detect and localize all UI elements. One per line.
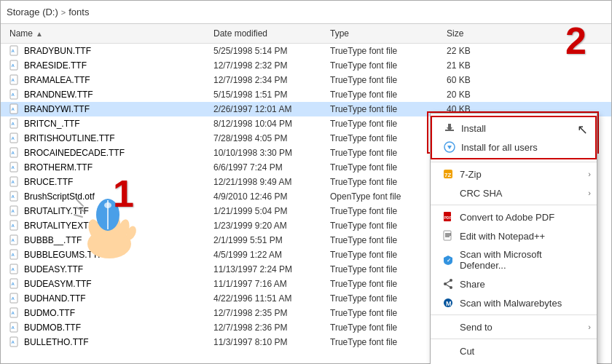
file-name: A BrushScriptStd.otf xyxy=(4,190,208,203)
file-type: TrueType font file xyxy=(324,74,441,86)
font-file-icon: A xyxy=(9,118,20,130)
share-label: Share xyxy=(460,279,485,290)
svg-text:A: A xyxy=(12,253,15,257)
column-headers: Name ▲ Date modified Type Size xyxy=(1,24,611,44)
context-crcsha[interactable]: CRC SHA › xyxy=(431,183,597,202)
col-type[interactable]: Type xyxy=(324,27,441,40)
context-notepad[interactable]: Edit with Notepad++ xyxy=(431,226,597,245)
svg-text:A: A xyxy=(12,165,15,170)
font-file-icon: A xyxy=(9,293,20,304)
file-date: 11/1/1997 7:16 AM xyxy=(208,278,324,290)
context-convert-pdf[interactable]: PDF Convert to Adobe PDF xyxy=(431,207,597,226)
svg-rect-56 xyxy=(448,124,451,128)
malwarebytes-icon: M xyxy=(442,297,454,309)
context-share[interactable]: Share xyxy=(431,274,597,293)
svg-text:A: A xyxy=(12,238,15,242)
defender-icon: ✓ xyxy=(442,254,454,266)
font-file-icon: A xyxy=(9,278,20,290)
svg-text:A: A xyxy=(12,325,15,330)
font-file-icon: A xyxy=(9,264,20,275)
file-name: A BRAESIDE.TTF xyxy=(4,59,208,72)
file-type: TrueType font file xyxy=(324,60,441,71)
table-row[interactable]: A BRAESIDE.TTF 12/7/1998 2:32 PM TrueTyp… xyxy=(1,58,611,73)
file-date: 12/7/1998 2:35 PM xyxy=(208,307,324,319)
col-date[interactable]: Date modified xyxy=(208,27,324,40)
file-name: A BUBBLEGUMS.TTF xyxy=(4,248,208,261)
file-date: 11/13/1997 2:24 PM xyxy=(208,264,324,275)
file-type: TrueType font file xyxy=(324,118,441,130)
cut-icon xyxy=(442,345,454,357)
file-name: A BROCAINEDECADE.TTF xyxy=(4,146,208,159)
file-name: A BULLETHO.TTF xyxy=(4,336,208,349)
7zip-arrow: › xyxy=(588,170,591,178)
context-malwarebytes[interactable]: M Scan with Malwarebytes xyxy=(431,293,597,312)
context-cut[interactable]: Cut xyxy=(431,341,597,360)
table-row[interactable]: A BRADYBUN.TTF 5/25/1998 5:14 PM TrueTyp… xyxy=(1,44,611,58)
font-file-icon: A xyxy=(9,336,20,348)
crcsha-label: CRC SHA xyxy=(460,188,503,199)
file-date: 2/26/1997 12:01 AM xyxy=(208,103,324,115)
storage-label[interactable]: Storage (D:) xyxy=(7,7,58,17)
address-path: Storage (D:) > fonts xyxy=(7,7,89,17)
file-type: TrueType font file xyxy=(324,132,441,144)
file-name: A BRAMALEA.TTF xyxy=(4,74,208,87)
folder-label[interactable]: fonts xyxy=(68,7,89,17)
file-date: 4/5/1999 1:22 AM xyxy=(208,249,324,261)
col-size[interactable]: Size xyxy=(441,27,499,40)
font-file-icon: A xyxy=(9,103,20,115)
svg-text:A: A xyxy=(12,209,15,213)
svg-text:A: A xyxy=(12,107,15,111)
font-file-icon: A xyxy=(9,132,20,144)
sendto-icon xyxy=(442,321,454,333)
svg-text:A: A xyxy=(12,340,15,344)
file-date: 2/1/1999 5:51 PM xyxy=(208,234,324,246)
context-sendto[interactable]: Send to › xyxy=(431,317,597,336)
file-name: A BRANDYWI.TTF xyxy=(4,103,208,116)
font-file-icon: A xyxy=(9,162,20,173)
crcsha-icon xyxy=(442,187,454,199)
file-date: 5/25/1998 5:14 PM xyxy=(208,45,324,57)
context-install[interactable]: Install ↖ xyxy=(432,119,595,138)
svg-text:A: A xyxy=(12,78,15,82)
file-size: 22 KB xyxy=(441,45,499,57)
svg-text:A: A xyxy=(12,296,15,301)
crcsha-arrow: › xyxy=(588,189,591,197)
context-install-all[interactable]: Install for all users xyxy=(432,138,595,157)
context-copy[interactable]: Copy xyxy=(431,360,597,364)
file-name: A BUDMO.TTF xyxy=(4,306,208,320)
context-7zip[interactable]: 7Z 7-Zip › xyxy=(431,165,597,183)
sort-arrow: ▲ xyxy=(36,30,43,38)
svg-text:A: A xyxy=(12,151,15,155)
separator-2 xyxy=(431,205,597,205)
file-name: A BUDEASYM.TTF xyxy=(4,277,208,290)
file-name: A BRADYBUN.TTF xyxy=(4,44,208,58)
svg-text:✓: ✓ xyxy=(447,258,451,263)
file-type: TrueType font file xyxy=(324,278,441,290)
share-icon xyxy=(442,278,454,290)
table-row[interactable]: A BRANDNEW.TTF 5/15/1998 1:51 PM TrueTyp… xyxy=(1,87,611,102)
file-type: TrueType font file xyxy=(324,336,441,348)
sendto-arrow: › xyxy=(588,323,591,331)
font-file-icon: A xyxy=(9,89,20,100)
file-type: TrueType font file xyxy=(324,293,441,304)
font-file-icon: A xyxy=(9,220,20,232)
font-file-icon: A xyxy=(9,74,20,86)
svg-line-71 xyxy=(445,280,451,284)
7zip-label: 7-Zip xyxy=(460,169,482,180)
file-type: TrueType font file xyxy=(324,162,441,173)
font-file-icon: A xyxy=(9,147,20,159)
svg-text:M: M xyxy=(446,300,452,307)
col-name[interactable]: Name ▲ xyxy=(4,27,208,40)
svg-text:A: A xyxy=(12,49,15,53)
file-date: 11/3/1997 8:10 PM xyxy=(208,336,324,348)
context-defender[interactable]: ✓ Scan with Microsoft Defender... xyxy=(431,245,597,274)
svg-text:A: A xyxy=(12,92,15,97)
notepad-label: Edit with Notepad++ xyxy=(460,231,545,242)
table-row[interactable]: A BRAMALEA.TTF 12/7/1998 2:34 PM TrueTyp… xyxy=(1,73,611,87)
pdf-icon: PDF xyxy=(442,211,454,223)
separator-1 xyxy=(431,162,597,162)
file-name: A BUBBB__.TTF xyxy=(4,234,208,247)
file-type: TrueType font file xyxy=(324,307,441,319)
file-type: TrueType font file xyxy=(324,220,441,232)
svg-text:A: A xyxy=(12,282,15,286)
